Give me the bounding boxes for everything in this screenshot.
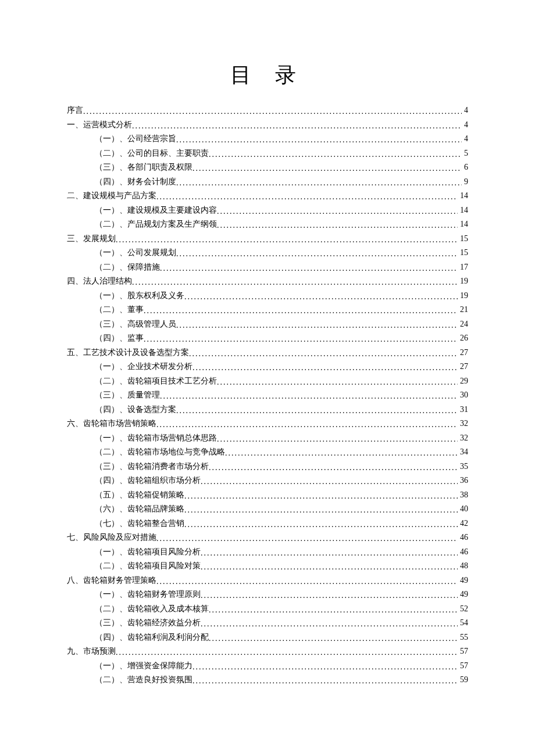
toc-entry[interactable]: 四、法人治理结构19 <box>67 274 468 289</box>
toc-entry-label: （二）、齿轮箱项目风险对策 <box>67 559 201 574</box>
toc-entry[interactable]: 二、建设规模与产品方案14 <box>67 189 468 203</box>
table-of-contents: 序言4一、运营模式分析4（一）、公司经营宗旨4（二）、公司的目标、主要职责5（三… <box>67 103 468 687</box>
toc-entry-page: 4 <box>462 132 468 146</box>
toc-entry[interactable]: （二）、董事21 <box>67 303 468 317</box>
toc-entry-page: 15 <box>458 246 468 260</box>
toc-entry[interactable]: 九、市场预测57 <box>67 644 468 659</box>
toc-entry-label: （四）、齿轮箱组织市场分析 <box>67 474 201 488</box>
toc-entry-page: 59 <box>458 673 468 687</box>
toc-entry-page: 14 <box>458 203 468 218</box>
toc-leader-dots <box>160 261 458 276</box>
toc-entry-page: 29 <box>458 374 468 389</box>
toc-entry[interactable]: （一）、齿轮箱市场营销总体思路32 <box>67 431 468 446</box>
toc-entry[interactable]: 三、发展规划15 <box>67 232 468 246</box>
toc-leader-dots <box>201 475 458 489</box>
toc-entry[interactable]: （三）、质量管理30 <box>67 388 468 403</box>
toc-entry[interactable]: （一）、增强资金保障能力57 <box>67 659 468 673</box>
toc-leader-dots <box>217 218 458 233</box>
toc-entry-label: （一）、公司发展规划 <box>67 246 176 260</box>
toc-entry[interactable]: （一）、齿轮箱项目风险分析46 <box>67 545 468 560</box>
toc-entry-label: （一）、增强资金保障能力 <box>67 659 192 673</box>
toc-entry[interactable]: （二）、齿轮箱收入及成本核算52 <box>67 602 468 617</box>
toc-entry-label: （一）、公司经营宗旨 <box>67 132 176 146</box>
toc-entry-page: 49 <box>458 574 468 588</box>
toc-entry[interactable]: （一）、公司经营宗旨4 <box>67 132 468 146</box>
toc-entry[interactable]: （七）、齿轮箱整合营销42 <box>67 517 468 531</box>
toc-entry[interactable]: （二）、公司的目标、主要职责5 <box>67 146 468 161</box>
toc-entry-page: 17 <box>458 260 468 275</box>
toc-entry[interactable]: （二）、营造良好投资氛围59 <box>67 673 468 687</box>
toc-entry-page: 14 <box>458 217 468 232</box>
toc-entry-label: （三）、各部门职责及权限 <box>67 160 192 175</box>
toc-leader-dots <box>156 418 458 432</box>
toc-leader-dots <box>201 560 458 575</box>
toc-entry-label: （二）、齿轮箱项目技术工艺分析 <box>67 374 217 389</box>
toc-entry[interactable]: （一）、齿轮箱财务管理原则49 <box>67 587 468 602</box>
toc-entry-page: 40 <box>458 502 468 517</box>
toc-entry-label: （一）、齿轮箱市场营销总体思路 <box>67 431 217 446</box>
toc-entry-label: 二、建设规模与产品方案 <box>67 189 156 203</box>
toc-entry-label: （二）、董事 <box>67 303 144 317</box>
toc-entry[interactable]: （三）、齿轮箱经济效益分析54 <box>67 616 468 630</box>
toc-leader-dots <box>192 660 458 675</box>
toc-leader-dots <box>132 119 462 134</box>
toc-entry[interactable]: （三）、齿轮箱消费者市场分析35 <box>67 460 468 474</box>
toc-entry-label: （一）、建设规模及主要建设内容 <box>67 203 217 218</box>
toc-entry[interactable]: （二）、齿轮箱项目技术工艺分析29 <box>67 374 468 389</box>
toc-entry[interactable]: （五）、齿轮箱促销策略38 <box>67 488 468 503</box>
toc-leader-dots <box>184 290 458 304</box>
toc-leader-dots <box>189 347 458 361</box>
toc-entry-label: （二）、产品规划方案及生产纲领 <box>67 217 217 232</box>
toc-entry[interactable]: （一）、公司发展规划15 <box>67 246 468 260</box>
toc-leader-dots <box>209 148 462 162</box>
toc-entry-label: （一）、企业技术研发分析 <box>67 360 192 374</box>
toc-entry-label: 序言 <box>67 103 83 118</box>
toc-entry[interactable]: （三）、各部门职责及权限6 <box>67 160 468 175</box>
toc-entry-page: 46 <box>458 531 468 545</box>
toc-entry-page: 54 <box>458 616 468 630</box>
toc-entry[interactable]: 七、风险风险及应对措施46 <box>67 531 468 545</box>
toc-entry[interactable]: 八、齿轮箱财务管理策略49 <box>67 574 468 588</box>
toc-entry[interactable]: 五、工艺技术设计及设备选型方案27 <box>67 346 468 360</box>
toc-entry[interactable]: （二）、保障措施17 <box>67 260 468 275</box>
toc-entry[interactable]: （四）、设备选型方案31 <box>67 403 468 417</box>
toc-entry-label: （一）、股东权利及义务 <box>67 289 184 303</box>
toc-entry[interactable]: （一）、企业技术研发分析27 <box>67 360 468 374</box>
toc-entry[interactable]: （二）、产品规划方案及生产纲领14 <box>67 217 468 232</box>
toc-entry[interactable]: （一）、建设规模及主要建设内容14 <box>67 203 468 218</box>
toc-entry-label: 九、市场预测 <box>67 644 116 659</box>
toc-leader-dots <box>201 546 458 561</box>
toc-entry-page: 42 <box>458 517 468 531</box>
toc-leader-dots <box>176 247 458 261</box>
toc-entry-label: （二）、齿轮箱收入及成本核算 <box>67 602 209 617</box>
toc-entry-label: 八、齿轮箱财务管理策略 <box>67 574 156 588</box>
toc-leader-dots <box>217 432 458 447</box>
toc-entry[interactable]: （一）、股东权利及义务19 <box>67 289 468 303</box>
toc-entry-label: （一）、齿轮箱财务管理原则 <box>67 587 201 602</box>
toc-entry-page: 4 <box>462 103 468 118</box>
toc-entry[interactable]: （二）、齿轮箱项目风险对策48 <box>67 559 468 574</box>
toc-leader-dots <box>116 646 458 660</box>
toc-entry[interactable]: （四）、财务会计制度9 <box>67 175 468 189</box>
toc-entry-label: （一）、齿轮箱项目风险分析 <box>67 545 201 560</box>
toc-entry[interactable]: （四）、齿轮箱利润及利润分配55 <box>67 630 468 645</box>
toc-entry[interactable]: （六）、齿轮箱品牌策略40 <box>67 502 468 517</box>
toc-entry[interactable]: 序言4 <box>67 103 468 118</box>
toc-leader-dots <box>184 503 458 518</box>
toc-entry-label: （三）、齿轮箱消费者市场分析 <box>67 460 209 474</box>
toc-entry-page: 38 <box>458 488 468 503</box>
toc-entry-page: 35 <box>458 460 468 474</box>
toc-entry[interactable]: （二）、齿轮箱市场地位与竞争战略34 <box>67 445 468 460</box>
toc-entry-label: （五）、齿轮箱促销策略 <box>67 488 184 503</box>
toc-entry[interactable]: 六、齿轮箱市场营销策略32 <box>67 417 468 431</box>
toc-entry-page: 32 <box>458 417 468 431</box>
toc-entry-label: 五、工艺技术设计及设备选型方案 <box>67 346 189 360</box>
toc-entry-page: 27 <box>458 346 468 360</box>
toc-entry[interactable]: 一、运营模式分析4 <box>67 118 468 132</box>
toc-leader-dots <box>209 603 458 618</box>
toc-entry[interactable]: （四）、监事26 <box>67 331 468 346</box>
page-title: 目 录 <box>67 61 468 89</box>
toc-entry[interactable]: （四）、齿轮箱组织市场分析36 <box>67 474 468 488</box>
toc-entry[interactable]: （三）、高级管理人员24 <box>67 317 468 332</box>
toc-entry-label: （三）、高级管理人员 <box>67 317 176 332</box>
